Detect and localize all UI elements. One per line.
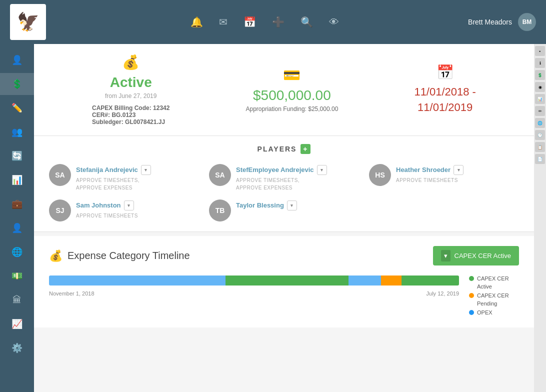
- player-info: Sam Johnston ▾ APPROVE TIMESHEETS: [76, 200, 199, 220]
- bar-segment-3: [348, 276, 382, 286]
- player-name-text: Taylor Blessing: [236, 202, 284, 209]
- legend-item-3: OPEX: [469, 310, 519, 316]
- eye-icon[interactable]: 👁: [329, 16, 339, 28]
- content-area: 💰 Active from June 27, 2019 CAPEX Billin…: [34, 44, 534, 392]
- sidebar-item-analytics[interactable]: 📈: [0, 313, 34, 335]
- status-date: from June 27, 2019: [92, 92, 170, 100]
- date-icon: 📅: [414, 64, 476, 80]
- status-icon: 💰: [92, 54, 170, 70]
- status-label: Active: [92, 74, 170, 90]
- player-dropdown[interactable]: ▾: [287, 200, 297, 210]
- add-player-button[interactable]: +: [300, 144, 310, 154]
- timeline-icon: 💰: [49, 250, 62, 262]
- summary-section: 💰 Active from June 27, 2019 CAPEX Billin…: [34, 44, 534, 136]
- nav-icons: 🔔 ✉ 📅 ➕ 🔍 👁: [61, 16, 468, 28]
- mail-icon[interactable]: ✉: [219, 16, 228, 28]
- end-date: July 12, 2019: [426, 290, 459, 296]
- cer-row: CER#: BG.0123: [92, 112, 170, 118]
- logo-icon: 🦅: [17, 12, 40, 32]
- cer-value: BG.0123: [112, 112, 136, 118]
- right-panel-btn-8[interactable]: 🕐: [535, 130, 545, 140]
- avatar: SJ: [49, 200, 71, 222]
- sidebar-item-settings[interactable]: ⚙️: [0, 337, 34, 359]
- timeline-dates: November 1, 2018 July 12, 2019: [49, 290, 459, 296]
- player-info: StefEmployee Andrejevic ▾ APPROVE TIMESH…: [236, 164, 359, 192]
- legend-sublabel-1: Active: [477, 284, 519, 290]
- player-name-text: Sam Johnston: [76, 202, 121, 209]
- legend-item-2: CAPEX CER: [469, 292, 519, 298]
- legend-label-2: CAPEX CER: [477, 292, 509, 298]
- player-info: Heather Shroeder ▾ APPROVE TIMESHEETS: [396, 164, 519, 184]
- right-panel-btn-6[interactable]: ✏: [535, 106, 545, 116]
- player-role: APPROVE TIMESHEETS,APPROVE EXPENSES: [76, 176, 199, 192]
- right-panel-btn-7[interactable]: 🌐: [535, 118, 545, 128]
- billing-info: CAPEX Billing Code: 12342 CER#: BG.0123 …: [92, 104, 170, 126]
- capex-cer-button[interactable]: ▾ CAPEX CER Active: [433, 246, 519, 266]
- sidebar-item-money[interactable]: 💲: [0, 73, 34, 95]
- sidebar-item-profile[interactable]: 👤: [0, 49, 34, 71]
- right-panel-btn-9[interactable]: 📋: [535, 142, 545, 152]
- right-panel-btn-2[interactable]: ℹ: [535, 58, 545, 68]
- player-name: Taylor Blessing ▾: [236, 200, 359, 210]
- amount-icon: 💳: [246, 67, 338, 84]
- user-avatar[interactable]: BM: [518, 13, 536, 31]
- sidebar-item-team[interactable]: 👥: [0, 121, 34, 143]
- legend-label-3: OPEX: [477, 310, 492, 316]
- chart-area: November 1, 2018 July 12, 2019 CAPEX CER…: [49, 276, 519, 318]
- top-nav: 🦅 🔔 ✉ 📅 ➕ 🔍 👁 Brett Meadors BM: [0, 0, 546, 44]
- timeline-chart: November 1, 2018 July 12, 2019: [49, 276, 459, 296]
- players-section: PLAYERS + SA Stefanija Andrejevic ▾ APPR…: [34, 136, 534, 232]
- bar-segment-2: [226, 276, 348, 286]
- sidebar-item-globe[interactable]: 🌐: [0, 241, 34, 263]
- amount-value: $500,000.00: [246, 88, 338, 104]
- right-panel-btn-1[interactable]: ▪: [535, 46, 545, 56]
- user-name: Brett Meadors: [468, 18, 512, 26]
- legend-sublabel-2: Pending: [477, 300, 519, 306]
- right-panel-btn-4[interactable]: ◉: [535, 82, 545, 92]
- player-name: StefEmployee Andrejevic ▾: [236, 164, 359, 175]
- user-section: Brett Meadors BM: [468, 13, 536, 31]
- sidebar-item-dollar[interactable]: 💵: [0, 265, 34, 287]
- bar-segment-5: [402, 276, 459, 286]
- player-dropdown[interactable]: ▾: [124, 200, 134, 210]
- right-panel-btn-10[interactable]: 📄: [535, 154, 545, 164]
- main-area: 👤 💲 ✏️ 👥 🔄 📊 💼 👤 🌐 💵 🏛 📈 ⚙️ 💰 Active: [0, 44, 546, 392]
- logo[interactable]: 🦅: [10, 4, 46, 40]
- timeline-section: 💰 Expense Category Timeline ▾ CAPEX CER …: [34, 236, 534, 328]
- list-item: SJ Sam Johnston ▾ APPROVE TIMESHEETS: [49, 200, 199, 222]
- right-panel-btn-3[interactable]: 💲: [535, 70, 545, 80]
- players-grid: SA Stefanija Andrejevic ▾ APPROVE TIMESH…: [49, 164, 519, 222]
- sidebar-item-edit[interactable]: ✏️: [0, 97, 34, 119]
- player-dropdown[interactable]: ▾: [454, 165, 464, 175]
- player-dropdown[interactable]: ▾: [141, 165, 151, 175]
- player-name-text: Stefanija Andrejevic: [76, 166, 138, 174]
- capex-billing-value: 12342: [153, 104, 170, 112]
- player-dropdown[interactable]: ▾: [317, 165, 327, 175]
- player-name: Stefanija Andrejevic ▾: [76, 164, 199, 175]
- player-info: Stefanija Andrejevic ▾ APPROVE TIMESHEET…: [76, 164, 199, 192]
- subledger-label: Subledger:: [92, 118, 125, 126]
- right-panel-btn-5[interactable]: 📊: [535, 94, 545, 104]
- add-icon[interactable]: ➕: [272, 16, 284, 28]
- avatar: TB: [209, 200, 231, 222]
- left-sidebar: 👤 💲 ✏️ 👥 🔄 📊 💼 👤 🌐 💵 🏛 📈 ⚙️: [0, 44, 34, 392]
- calendar-icon[interactable]: 📅: [244, 16, 256, 28]
- chart-legend: CAPEX CER Active CAPEX CER Pending OPEX: [469, 276, 519, 318]
- sidebar-item-chart[interactable]: 📊: [0, 169, 34, 191]
- sidebar-item-user[interactable]: 👤: [0, 217, 34, 239]
- timeline-title: 💰 Expense Category Timeline: [49, 250, 190, 262]
- date-range: 11/01/2018 -11/01/2019: [414, 84, 476, 116]
- list-item: TB Taylor Blessing ▾: [209, 200, 359, 222]
- timeline-bar: [49, 276, 459, 286]
- sidebar-item-bank[interactable]: 🏛: [0, 289, 34, 311]
- legend-dot-3: [469, 310, 474, 315]
- player-name-text: Heather Shroeder: [396, 166, 450, 174]
- capex-btn-arrow: ▾: [441, 250, 450, 262]
- date-range-column: 📅 11/01/2018 -11/01/2019: [414, 64, 476, 116]
- sidebar-item-briefcase[interactable]: 💼: [0, 193, 34, 215]
- player-info: Taylor Blessing ▾: [236, 200, 359, 210]
- sidebar-item-refresh[interactable]: 🔄: [0, 145, 34, 167]
- notification-icon[interactable]: 🔔: [190, 16, 203, 28]
- legend-item-1: CAPEX CER: [469, 276, 519, 282]
- search-icon[interactable]: 🔍: [300, 16, 313, 28]
